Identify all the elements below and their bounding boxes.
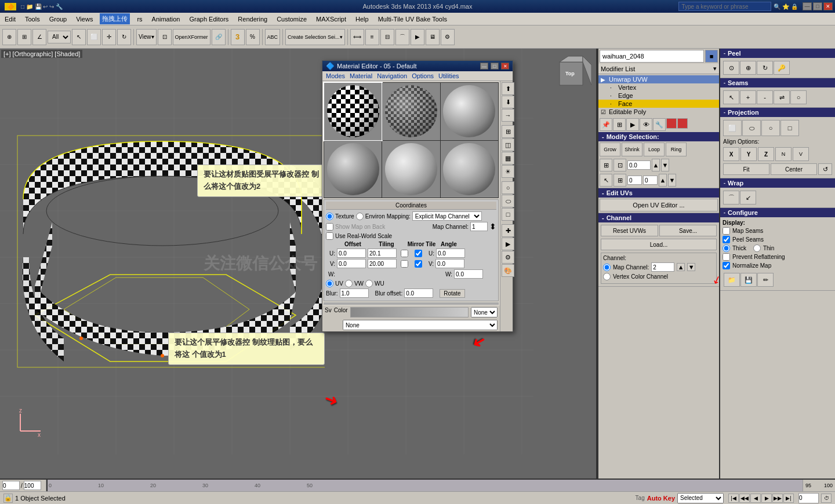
view-dropdown[interactable]: View▾ bbox=[136, 29, 157, 45]
uv-select-icon[interactable]: ⊡ bbox=[613, 159, 626, 171]
conf-icon-3[interactable]: ✏ bbox=[757, 273, 774, 287]
use-realworld-checkbox[interactable] bbox=[326, 232, 333, 240]
v-offset-input[interactable] bbox=[337, 259, 366, 268]
shrink-sel-icon[interactable]: Shrink bbox=[622, 143, 642, 156]
show-backface-icon[interactable]: ◫ bbox=[502, 138, 514, 151]
peel-icon-1[interactable]: ⊙ bbox=[723, 61, 739, 75]
blur-offset-input[interactable] bbox=[404, 288, 433, 298]
filter-dropdown[interactable]: All bbox=[48, 31, 71, 43]
map-channel-value-input[interactable] bbox=[651, 262, 674, 272]
chan-spinner-up[interactable]: ▲ bbox=[677, 263, 685, 271]
vertex-color-radio[interactable] bbox=[603, 273, 611, 280]
motion-icon[interactable]: ▶ bbox=[626, 118, 639, 131]
render-icon[interactable]: ▶ bbox=[411, 29, 424, 45]
reset-uvws-button[interactable]: Reset UVWs bbox=[601, 225, 658, 236]
prev-key-btn[interactable]: ◀◀ bbox=[739, 494, 750, 503]
menu-help[interactable]: Help bbox=[353, 14, 371, 24]
channel-header[interactable]: - Channel bbox=[598, 213, 719, 222]
seam-icon-add[interactable]: + bbox=[740, 90, 756, 104]
uv-cursor-icon[interactable]: ↖ bbox=[600, 174, 612, 187]
peel-header[interactable]: - Peel bbox=[720, 49, 835, 58]
save-button[interactable]: Save... bbox=[659, 225, 717, 236]
menu-views[interactable]: Views bbox=[74, 14, 95, 24]
uv-spinner2-up[interactable]: ▲ bbox=[659, 174, 667, 187]
navigation-cube[interactable]: Top bbox=[551, 53, 591, 94]
openxformer-button[interactable]: OpenXFormer bbox=[173, 29, 210, 45]
menu-multitile[interactable]: Multi-Tile UV Bake Tools bbox=[376, 14, 449, 24]
snap-button[interactable]: ⊡ bbox=[158, 29, 172, 45]
color-icon[interactable]: 🎨 bbox=[502, 264, 514, 277]
none-dropdown-2[interactable]: None bbox=[343, 320, 498, 330]
dialog-minimize[interactable]: — bbox=[480, 63, 488, 70]
thick-radio[interactable] bbox=[723, 244, 730, 252]
minimize-button[interactable]: — bbox=[803, 2, 812, 10]
render-setup-icon[interactable]: ⚙ bbox=[441, 29, 455, 45]
prev-frame-btn[interactable]: |◀ bbox=[728, 494, 739, 503]
wrap-icon-2[interactable]: ↙ bbox=[740, 191, 756, 204]
hierarchy-icon[interactable]: ⊞ bbox=[613, 118, 626, 131]
menu-rs[interactable]: rs bbox=[135, 14, 144, 24]
u-mirror-checkbox[interactable] bbox=[401, 250, 408, 257]
peel-icon-2[interactable]: ⊕ bbox=[740, 61, 756, 75]
material-slot-2[interactable] bbox=[382, 83, 440, 140]
red-square-2[interactable] bbox=[677, 118, 688, 129]
wrap-icon-1[interactable]: ⌒ bbox=[723, 191, 739, 204]
num3-icon[interactable]: 3 bbox=[231, 29, 245, 45]
align-y-btn[interactable]: Y bbox=[740, 147, 757, 161]
pick-icon[interactable]: ✚ bbox=[502, 224, 514, 237]
selected-dropdown[interactable]: Selected bbox=[677, 493, 724, 503]
close-button[interactable]: ✕ bbox=[823, 2, 833, 10]
proj-cylinder-icon[interactable]: ⬭ bbox=[742, 120, 761, 136]
display-icon[interactable]: 👁 bbox=[640, 118, 652, 131]
environ-radio[interactable] bbox=[356, 213, 364, 220]
end-frame-input[interactable] bbox=[24, 481, 41, 490]
dialog-menu-navigation[interactable]: Navigation bbox=[377, 72, 407, 79]
open-uv-editor-button[interactable]: Open UV Editor ... bbox=[600, 199, 718, 211]
u-tile-checkbox[interactable] bbox=[415, 250, 422, 257]
v-tile-checkbox[interactable] bbox=[415, 260, 422, 268]
reset-proj-icon[interactable]: ↺ bbox=[818, 163, 832, 175]
seam-icon-remove[interactable]: - bbox=[757, 90, 773, 104]
modify-selection-header[interactable]: - Modify Selection: bbox=[598, 132, 719, 141]
play-btn[interactable]: ▶ bbox=[761, 494, 772, 503]
map-channel-radio[interactable] bbox=[603, 264, 611, 271]
peel-icon-4[interactable]: 🔑 bbox=[774, 61, 790, 75]
angle-snap-icon[interactable]: ∠ bbox=[32, 29, 46, 45]
lock-icon[interactable]: 🔒 bbox=[3, 494, 13, 503]
chan-spinner-dn[interactable]: ▼ bbox=[687, 263, 695, 271]
uv-val3-input[interactable] bbox=[643, 176, 658, 185]
menu-animation[interactable]: Animation bbox=[150, 14, 183, 24]
peel-seams-checkbox[interactable] bbox=[723, 236, 730, 243]
curve-icon[interactable]: ⌒ bbox=[395, 29, 409, 45]
start-frame-input[interactable] bbox=[2, 481, 20, 490]
align-view-btn[interactable]: V bbox=[793, 147, 809, 161]
next-key-btn[interactable]: ▶▶ bbox=[772, 494, 783, 503]
texture-radio[interactable] bbox=[326, 213, 333, 220]
material-slot-1[interactable] bbox=[324, 83, 382, 140]
uv-expand-icon[interactable]: ⊞ bbox=[600, 159, 612, 171]
dialog-maximize[interactable]: □ bbox=[491, 63, 499, 70]
dialog-menu-material[interactable]: Material bbox=[350, 72, 372, 79]
put-material-icon[interactable]: ⬇ bbox=[502, 96, 514, 108]
app-logo[interactable]: 🔶 bbox=[5, 3, 16, 10]
maximize-button[interactable]: □ bbox=[813, 2, 822, 10]
color-swatch-btn[interactable]: ■ bbox=[705, 50, 718, 63]
uv-value-input[interactable] bbox=[627, 160, 651, 170]
modifier-item-vertex[interactable]: · Vertex bbox=[598, 83, 719, 92]
object-name-input[interactable] bbox=[600, 50, 704, 63]
proj-box-icon[interactable]: □ bbox=[780, 120, 799, 136]
create-selection-button[interactable]: Create Selection Sei...▾ bbox=[285, 29, 345, 45]
modifier-item-face[interactable]: · Face bbox=[598, 100, 719, 108]
pin-icon[interactable]: 📌 bbox=[600, 118, 612, 131]
uv-spinner-dn[interactable]: ▼ bbox=[661, 159, 669, 171]
time-config-btn[interactable]: ⏱ bbox=[821, 494, 832, 503]
show-checkerboard-icon[interactable]: ⊞ bbox=[502, 125, 514, 138]
uv-val2-input[interactable] bbox=[627, 176, 642, 185]
uv-spinner2-dn[interactable]: ▼ bbox=[668, 174, 676, 187]
peel-icon-3[interactable]: ↻ bbox=[757, 61, 773, 75]
align-icon[interactable]: ≡ bbox=[365, 29, 379, 45]
modifier-item-unwrap[interactable]: ▶ Unwrap UVW bbox=[598, 75, 719, 83]
vw-radio[interactable] bbox=[345, 280, 353, 287]
dialog-menu-modes[interactable]: Modes bbox=[326, 72, 345, 79]
dialog-close[interactable]: ✕ bbox=[501, 63, 509, 70]
